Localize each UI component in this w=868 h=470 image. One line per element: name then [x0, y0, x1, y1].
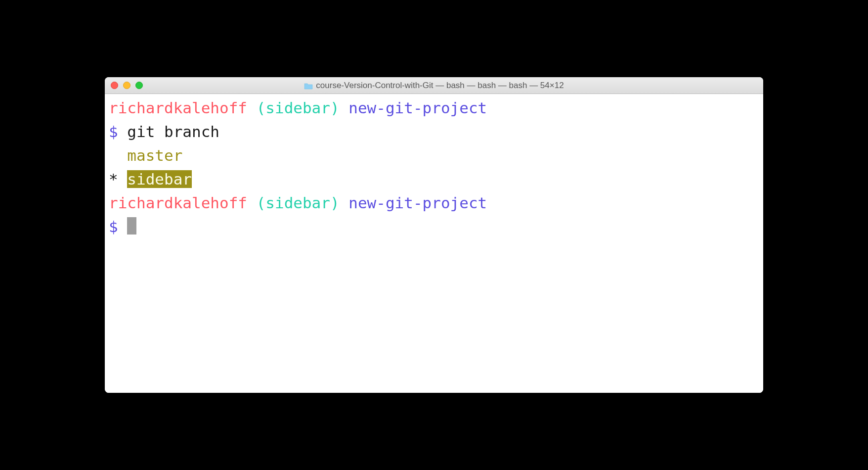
window-title: course-Version-Control-with-Git — bash —…	[111, 81, 757, 91]
branch-current: sidebar	[127, 170, 192, 188]
terminal-body[interactable]: richardkalehoff (sidebar) new-git-projec…	[105, 94, 763, 393]
folder-icon	[304, 82, 313, 89]
cursor	[127, 217, 136, 235]
branch-other: master	[127, 146, 182, 164]
window-title-text: course-Version-Control-with-Git — bash —…	[316, 81, 564, 91]
prompt-branch: (sidebar)	[257, 194, 340, 212]
maximize-button[interactable]	[135, 82, 143, 89]
terminal-window: course-Version-Control-with-Git — bash —…	[105, 77, 763, 393]
prompt-user: richardkalehoff	[109, 194, 247, 212]
prompt-user: richardkalehoff	[109, 99, 247, 117]
close-button[interactable]	[111, 82, 118, 89]
minimize-button[interactable]	[123, 82, 130, 89]
current-branch-marker: *	[109, 170, 118, 188]
prompt-dollar: $	[109, 123, 118, 141]
prompt-project: new-git-project	[348, 99, 487, 117]
output-line: master	[109, 143, 759, 167]
command-text: git branch	[127, 123, 219, 141]
command-line: $ git branch	[109, 120, 759, 143]
prompt-line: richardkalehoff (sidebar) new-git-projec…	[109, 191, 759, 215]
prompt-branch: (sidebar)	[257, 99, 340, 117]
prompt-project: new-git-project	[348, 194, 487, 212]
output-line: * sidebar	[109, 167, 759, 191]
prompt-line: richardkalehoff (sidebar) new-git-projec…	[109, 96, 759, 120]
traffic-lights	[111, 82, 143, 89]
command-line: $	[109, 215, 759, 238]
titlebar: course-Version-Control-with-Git — bash —…	[105, 77, 763, 94]
prompt-dollar: $	[109, 218, 118, 235]
